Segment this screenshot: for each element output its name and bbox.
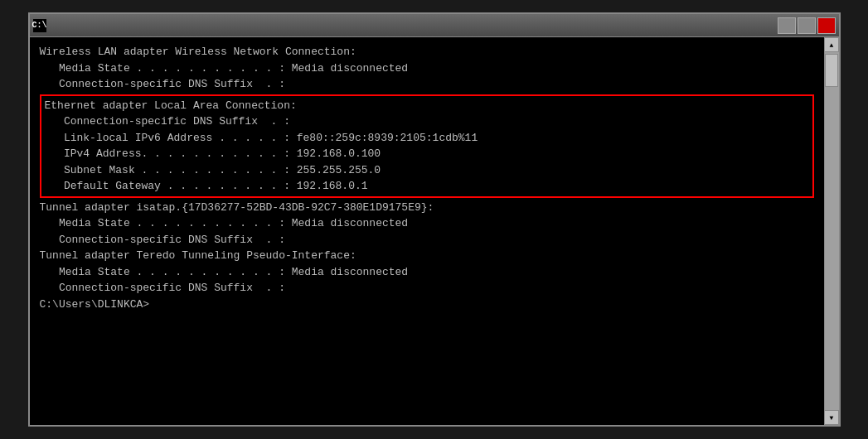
terminal-line: Subnet Mask . . . . . . . . . . . : 255.…	[45, 162, 809, 179]
terminal-line: C:\Users\DLINKCA>	[40, 297, 814, 313]
scroll-track	[825, 52, 839, 410]
terminal-line: Tunnel adapter Teredo Tunneling Pseudo-I…	[40, 248, 814, 264]
terminal-line: Connection-specific DNS Suffix . :	[40, 232, 814, 248]
titlebar: C:\	[30, 14, 839, 37]
maximize-button[interactable]	[798, 17, 816, 34]
terminal-line: IPv4 Address. . . . . . . . . . . : 192.…	[45, 146, 809, 162]
titlebar-left: C:\	[33, 19, 50, 32]
scroll-thumb[interactable]	[825, 54, 838, 87]
minimize-button[interactable]	[778, 17, 796, 34]
content-area: Wireless LAN adapter Wireless Network Co…	[30, 37, 839, 425]
terminal-line: Media State . . . . . . . . . . . : Medi…	[40, 60, 814, 77]
scrollbar[interactable]: ▲ ▼	[824, 37, 839, 425]
scroll-down-button[interactable]: ▼	[824, 410, 839, 425]
terminal-line: Tunnel adapter isatap.{17D36277-52BD-43D…	[40, 200, 814, 216]
terminal-output[interactable]: Wireless LAN adapter Wireless Network Co…	[30, 37, 824, 425]
cmd-icon: C:\	[33, 19, 46, 32]
terminal-line: Media State . . . . . . . . . . . : Medi…	[40, 215, 814, 232]
scroll-up-button[interactable]: ▲	[824, 37, 839, 52]
terminal-line: Connection-specific DNS Suffix . :	[40, 76, 814, 93]
terminal-line: Wireless LAN adapter Wireless Network Co…	[40, 44, 814, 60]
close-button[interactable]	[817, 17, 836, 34]
terminal-line: Connection-specific DNS Suffix . :	[45, 113, 809, 130]
titlebar-buttons	[778, 17, 836, 34]
cmd-window: C:\ Wireless LAN adapter Wireless Networ…	[28, 12, 841, 427]
terminal-line: Default Gateway . . . . . . . . . : 192.…	[45, 178, 809, 195]
terminal-line: Media State . . . . . . . . . . . : Medi…	[40, 264, 814, 281]
terminal-line: Connection-specific DNS Suffix . :	[40, 280, 814, 297]
terminal-line: Ethernet adapter Local Area Connection:	[45, 98, 809, 114]
terminal-line: Link-local IPv6 Address . . . . . : fe80…	[45, 130, 809, 147]
